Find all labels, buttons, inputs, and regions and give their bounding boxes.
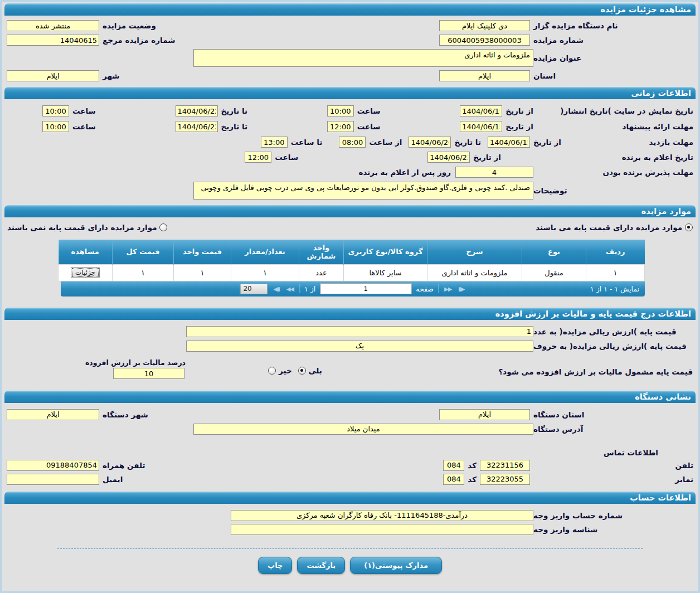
section-title-address: نشانی دستگاه	[635, 392, 691, 401]
org-province-input[interactable]	[439, 409, 530, 420]
vat-no-radio[interactable]	[268, 367, 276, 375]
row-org-province-city: استان دستگاه شهر دستگاه	[2, 409, 698, 420]
row-details-button[interactable]: جزئیات	[71, 267, 100, 278]
auction-number-input[interactable]	[439, 35, 530, 46]
visit-to-date-input[interactable]	[409, 137, 451, 148]
publish-to-date-input[interactable]	[176, 105, 218, 116]
pager-page-input[interactable]	[320, 283, 411, 294]
vat-percent-label: درصد مالیات بر ارزش افزوده	[112, 358, 186, 367]
vat-yes-label: بلی	[309, 366, 322, 375]
pager-separator	[438, 284, 439, 293]
pager-of-label: از ۱	[304, 285, 315, 293]
mobile-input[interactable]	[7, 460, 99, 471]
attachments-button[interactable]: مدارک پیوستی(۱)	[350, 557, 442, 574]
ref-number-input[interactable]	[7, 35, 99, 46]
table-row: ۱ منقول ملزومات و اثاثه اداری سایر کالاه…	[59, 264, 645, 281]
has-base-price-radio[interactable]	[685, 223, 693, 231]
status-pair: وضعیت مزایده	[7, 20, 156, 31]
visit-to-hour-input[interactable]	[261, 137, 288, 148]
announce-label: تاریخ اعلام به برنده	[533, 153, 693, 162]
section-title-timing: اطلاعات زمانی	[631, 89, 692, 98]
visit-from-hour-label: از ساعت	[369, 138, 402, 147]
offer-to-hour-input[interactable]	[42, 121, 69, 132]
col-header-view: مشاهده	[59, 240, 113, 264]
cell-unit-price: ۱	[174, 264, 231, 281]
cell-type: منقول	[522, 264, 586, 281]
offer-from-label: از تاریخ	[505, 122, 533, 131]
row-base-price-numeric: قیمت پایه )ارزش ریالی مزایده( به عدد	[2, 326, 698, 337]
city-input[interactable]	[7, 70, 99, 81]
pager-next-icon[interactable]: ◀◀	[285, 286, 295, 292]
publish-from-hour-input[interactable]	[327, 105, 354, 116]
visit-from-date-input[interactable]	[488, 137, 530, 148]
pager-summary: نمایش ۱ - ۱ از ۱	[585, 285, 645, 293]
phone-code-input[interactable]	[443, 460, 464, 471]
section-header-pricing: اطلاعات درج قیمت پایه و مالیات بر ارزش ا…	[4, 308, 696, 320]
row-fax-email: نمابر کد ایمیل	[2, 474, 698, 485]
description-textarea[interactable]: صندلی .کمد چوبی و فلزی.گاو صندوق.کولر اب…	[193, 182, 533, 200]
base-price-numeric-input[interactable]	[186, 326, 533, 337]
page-size-select[interactable]: 20	[240, 284, 268, 294]
province-label: استان	[533, 71, 693, 80]
offer-from-hour-input[interactable]	[327, 121, 354, 132]
org-province-pair: استان دستگاه	[439, 409, 693, 420]
auction-number-pair: شماره مزایده	[439, 35, 693, 46]
announce-date-input[interactable]	[427, 152, 470, 163]
auction-title-textarea[interactable]: ملزومات و اثاثه اداری	[193, 49, 533, 67]
no-base-price-option[interactable]: موارد مزایده دارای قیمت پایه نمی باشند	[7, 223, 167, 232]
vat-percent-input[interactable]	[113, 368, 184, 379]
publish-from-date-input[interactable]	[460, 105, 502, 116]
offer-to-date-input[interactable]	[176, 121, 218, 132]
announce-hour-input[interactable]	[245, 152, 271, 163]
fax-label: نمابر	[533, 475, 693, 484]
org-city-input[interactable]	[7, 409, 99, 420]
back-button[interactable]: بازگشت	[297, 557, 345, 574]
mobile-pair: تلفن همراه	[7, 460, 145, 471]
pager-first-icon[interactable]: ▶▮	[457, 286, 465, 292]
pager-prev-icon[interactable]: ▶▶	[443, 286, 453, 292]
deposit-id-label: شناسه واریز وجه	[533, 525, 693, 534]
phone-input[interactable]	[480, 460, 530, 471]
accept-days-input[interactable]	[455, 167, 533, 178]
ref-number-label: شماره مزایده مرجع	[103, 36, 175, 45]
vat-yes-radio[interactable]	[298, 367, 306, 375]
visit-from-hour-input[interactable]	[339, 137, 366, 148]
row-phone-mobile: تلفن کد تلفن همراه	[2, 460, 698, 471]
section-header-address: نشانی دستگاه	[4, 391, 696, 403]
no-base-price-label: موارد مزایده دارای قیمت پایه نمی باشند	[7, 223, 157, 232]
footer-divider	[57, 548, 643, 549]
visit-label-cell: مهلت بازدید از تاریخ	[533, 138, 693, 147]
has-base-price-option[interactable]: موارد مزایده دارای قیمت پایه می باشند	[536, 223, 693, 232]
status-input[interactable]	[7, 20, 99, 31]
phone-code-label: کد	[468, 461, 477, 470]
visit-to-label: تا تاریخ	[454, 138, 481, 147]
row-offer-deadline: مهلت ارائه پیشنهاد از تاریخ ساعت تا تاری…	[2, 121, 698, 132]
email-pair: ایمیل	[7, 474, 123, 485]
org-input[interactable]	[439, 20, 530, 31]
fax-input[interactable]	[480, 474, 530, 485]
row-org-status: نام دستگاه مزایده گزار وضعیت مزایده	[2, 20, 698, 31]
col-header-unit-price: قیمت واحد	[174, 240, 231, 264]
account-number-input[interactable]	[231, 510, 533, 521]
base-price-words-input[interactable]	[186, 341, 533, 352]
fax-code-input[interactable]	[443, 474, 464, 485]
email-input[interactable]	[7, 474, 99, 485]
print-button[interactable]: چاپ	[258, 557, 292, 574]
no-base-price-radio[interactable]	[159, 223, 167, 231]
publish-to-hour-input[interactable]	[42, 105, 69, 116]
org-address-input[interactable]	[193, 424, 533, 435]
pager-page-label: صفحه	[416, 285, 434, 293]
visit-to-hour-label: تا ساعت	[291, 138, 323, 147]
cell-unit: عدد	[299, 264, 344, 281]
org-province-label: استان دستگاه	[533, 410, 693, 419]
offer-to-hour-label: ساعت	[72, 122, 96, 131]
pager-last-icon[interactable]: ▮◀	[272, 286, 280, 292]
province-input[interactable]	[439, 70, 530, 81]
deposit-id-input[interactable]	[231, 524, 533, 535]
base-price-radio-row: موارد مزایده دارای قیمت پایه می باشند مو…	[2, 223, 698, 232]
row-province-city: استان شهر	[2, 70, 698, 81]
auction-title-label: عنوان مزایده	[533, 54, 693, 62]
offer-from-date-input[interactable]	[460, 121, 502, 132]
items-table-header-row: ردیف نوع شرح گروه کالا/نوع کاربری واحد ش…	[59, 240, 645, 264]
announce-from-label: از تاریخ	[473, 153, 501, 162]
